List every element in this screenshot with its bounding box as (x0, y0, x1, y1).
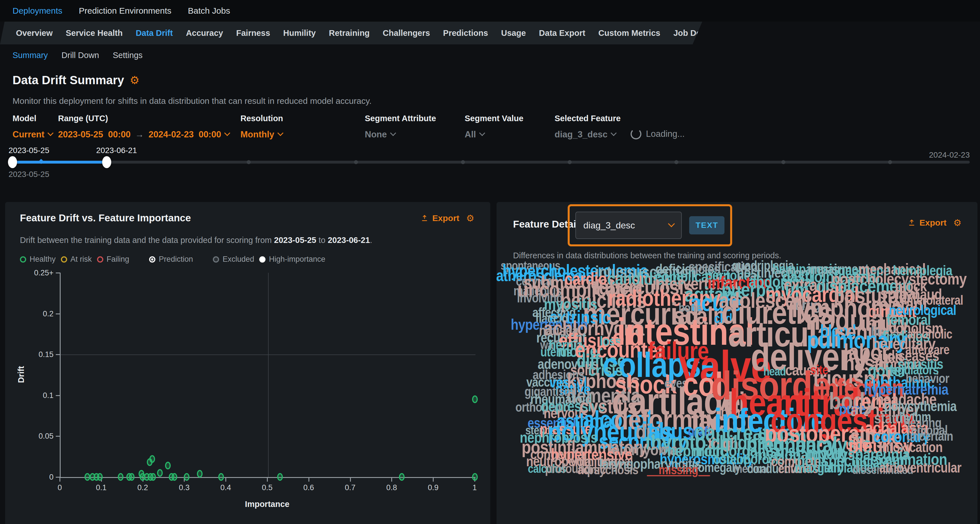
scatter-point[interactable] (172, 473, 177, 481)
x-tick-label: 0.6 (292, 483, 326, 492)
subnav-settings[interactable]: Settings (113, 51, 143, 60)
slider-start-date-label: 2023-05-25 (8, 146, 49, 155)
scatter-point[interactable] (165, 462, 171, 469)
scatter-point[interactable] (399, 473, 405, 481)
topnav-item-deployments[interactable]: Deployments (13, 6, 62, 16)
drift-panel-gear-icon[interactable]: ⚙ (466, 214, 474, 223)
scatter-point[interactable] (97, 473, 103, 481)
tab-data-export[interactable]: Data Export (539, 29, 585, 38)
slider-selected-range[interactable] (13, 161, 107, 164)
chevron-down-icon (390, 130, 396, 136)
feature-type-badge: TEXT (689, 216, 724, 234)
x-axis-title: Importance (239, 500, 296, 509)
filter-current-value: Current (13, 129, 45, 140)
scatter-point[interactable] (157, 469, 163, 477)
scatter-point[interactable] (118, 473, 124, 481)
tab-usage[interactable]: Usage (501, 29, 526, 38)
slider-handle-start[interactable] (8, 156, 17, 168)
y-tick-label: 0 (5, 473, 54, 482)
scatter-point[interactable] (150, 455, 155, 463)
y-tick-label: 0.05 (5, 432, 54, 441)
x-tick-label: 0.4 (208, 483, 243, 492)
spinner-icon (630, 129, 641, 140)
cloud-word-missing[interactable]: __missing__ (647, 464, 710, 476)
legend-label: Excluded (223, 255, 254, 264)
scatter-point[interactable] (218, 473, 224, 481)
tab-notifications[interactable]: Notifications (746, 29, 796, 38)
x-tick-label: 1 (458, 483, 490, 492)
scatter-point[interactable] (129, 473, 135, 481)
tab-predictions[interactable]: Predictions (443, 29, 488, 38)
page-title: Data Drift Summary (13, 73, 124, 87)
feature-select-highlight-box: diag_3_desc TEXT (568, 204, 732, 246)
tab-custom-metrics[interactable]: Custom Metrics (598, 29, 660, 38)
x-tick-label: 0.7 (333, 483, 368, 492)
legend-item-failing: Failing (97, 255, 129, 264)
feature-panel-gear-icon[interactable]: ⚙ (953, 218, 961, 227)
feature-dropdown[interactable]: diag_3_desc (575, 212, 682, 239)
legend-item-healthy: Healthy (20, 255, 56, 264)
data-drift-subnav: SummaryDrill DownSettings (13, 51, 143, 60)
drift-export-button[interactable]: Export ⚙ (421, 213, 474, 223)
legend-label: Prediction (159, 255, 193, 264)
tab-retraining[interactable]: Retraining (329, 29, 370, 38)
filter-value-range-utc[interactable]: 2023-05-25 00:00→2024-02-23 00:00 (58, 129, 240, 140)
drift-panel-title: Feature Drift vs. Feature Importance (20, 212, 191, 224)
filter-value-selected-feature[interactable]: diag_3_desc (555, 129, 635, 140)
tab-data-drift[interactable]: Data Drift (136, 29, 173, 38)
tab-service-health[interactable]: Service Health (66, 29, 123, 38)
scatter-point[interactable] (184, 473, 189, 481)
scatter-point[interactable] (472, 395, 478, 403)
legend-swatch-high-importance (259, 256, 266, 262)
legend-swatch-healthy (20, 256, 26, 262)
legend-item-prediction: Prediction (149, 255, 193, 264)
legend-swatch-prediction (149, 256, 155, 262)
tab-humility[interactable]: Humility (283, 29, 315, 38)
chevron-down-icon (611, 130, 617, 136)
slider-month-tick (781, 160, 785, 164)
slider-handle-end[interactable] (102, 156, 111, 168)
tab-challengers[interactable]: Challengers (383, 29, 430, 38)
drift-subtitle-prefix: Drift between the training data and the … (20, 235, 272, 245)
y-tick-label: 0.2 (5, 310, 54, 318)
legend-item-excluded: Excluded (213, 255, 254, 264)
filter-label-model: Model (13, 114, 58, 123)
chart-legend: HealthyAt riskFailingPredictionExcludedH… (20, 255, 325, 264)
drift-export-label: Export (432, 213, 459, 223)
page-subtitle: Monitor this deployment for shifts in da… (13, 96, 372, 106)
feature-details-panel: Feature Details diag_3_desc TEXT Export … (496, 202, 977, 524)
cloud-word-psychosis[interactable]: psychosis (587, 464, 638, 476)
slider-track[interactable] (13, 161, 970, 164)
subnav-drill-down[interactable]: Drill Down (62, 51, 99, 60)
feature-dropdown-value: diag_3_desc (583, 220, 665, 231)
filter-label-range-utc: Range (UTC) (58, 114, 240, 123)
subnav-summary[interactable]: Summary (13, 51, 48, 60)
topnav-item-batch-jobs[interactable]: Batch Jobs (188, 6, 230, 16)
tab-overview[interactable]: Overview (16, 29, 52, 38)
topnav-items: DeploymentsPrediction EnvironmentsBatch … (13, 6, 230, 16)
filter-value-segment-value[interactable]: All (465, 129, 555, 140)
topnav-item-prediction-environments[interactable]: Prediction Environments (79, 6, 171, 16)
filter-value-resolution[interactable]: Monthly (240, 129, 365, 140)
scatter-point[interactable] (277, 473, 283, 481)
filter-bar: ModelCurrentRange (UTC)2023-05-25 00:00→… (13, 114, 635, 140)
filter-current-value: diag_3_desc (555, 129, 608, 140)
filter-value-model[interactable]: Current (13, 129, 58, 140)
cloud-word-aftercare[interactable]: aftercare (905, 343, 949, 356)
app-root: { "topbar": {"items": [ {"label": "Deplo… (0, 0, 980, 524)
x-tick-label: 0.8 (374, 483, 409, 492)
legend-swatch-at-risk (61, 256, 67, 262)
slider-range-start-label: 2023-05-25 (8, 170, 49, 179)
scatter-point[interactable] (150, 473, 156, 481)
filter-value-segment-attribute[interactable]: None (365, 129, 465, 140)
x-tick-label: 0.9 (416, 483, 450, 492)
filter-label-resolution: Resolution (240, 114, 365, 123)
feature-export-button[interactable]: Export ⚙ (908, 218, 961, 227)
tab-fairness[interactable]: Fairness (236, 29, 270, 38)
scatter-point[interactable] (472, 473, 478, 481)
scatter-point[interactable] (197, 470, 203, 478)
cloud-word-atrioventricular[interactable]: atrioventricular (879, 460, 961, 475)
tab-job-definitions[interactable]: Job Definitions (673, 29, 733, 38)
settings-gear-icon[interactable]: ⚙ (130, 75, 140, 86)
tab-accuracy[interactable]: Accuracy (186, 29, 223, 38)
